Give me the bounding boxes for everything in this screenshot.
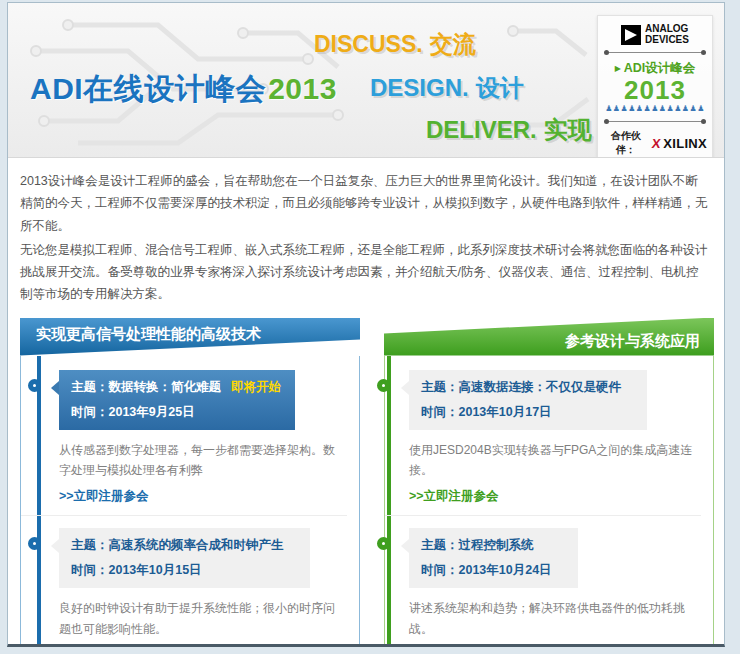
register-link[interactable]: >>立即注册参会 [59,488,347,505]
page-title: ADI在线设计峰会2013 [30,69,337,110]
partner-row: 合作伙伴： X XILINX [603,129,707,157]
register-link-label: 立即注册参会 [424,489,499,503]
link-prefix: >> [409,489,424,503]
topic-value: 数据转换：简化难题 [109,380,222,394]
browser-content-frame: ADI在线设计峰会2013 DISCUSS.交流 DESIGN.设计 DELIV… [7,2,725,647]
xilinx-x-icon: X [651,136,662,151]
timeline-node-icon [377,379,390,392]
topic-value: 高速系统的频率合成和时钟产生 [109,538,284,552]
tagline-discuss-cn: 交流 [430,31,476,57]
column-right-title: 参考设计与系统应用 [384,318,714,356]
time-label: 时间： [421,563,459,577]
xilinx-logo-text: XILINX [663,136,707,151]
intro-section: 2013设计峰会是设计工程师的盛会，旨在帮助您在一个日益复杂、压力巨大的世界里简… [8,158,724,316]
column-signal-processing: 实现更高信号处理性能的高级技术 主题：数据转换：简化难题即将开始 时间：2013… [20,318,360,648]
timeline-node-icon [28,379,41,392]
topic-value: 过程控制系统 [459,538,534,552]
tagline-deliver-en: DELIVER. [426,116,537,143]
time-value: 2013年10月24日 [459,563,552,577]
partner-label: 合作伙伴： [603,129,649,157]
event-badge: ANALOG DEVICES ▶ ADI设计峰会 2013 ♟♟♟♟♟♟♟♟♟♟… [597,15,713,158]
column-left-title: 实现更高信号处理性能的高级技术 [20,318,360,356]
session-item: 主题：高速系统的频率合成和时钟产生 时间：2013年10月15日 良好的时钟设计… [21,528,347,647]
link-prefix: >> [59,489,74,503]
play-triangle-icon: ▶ [615,64,621,73]
time-label: 时间： [421,405,459,419]
topic-label: 主题： [71,380,109,394]
topic-value: 高速数据连接：不仅仅是硬件 [459,380,622,394]
tagline-design-en: DESIGN. [370,74,469,101]
timeline-node-icon [28,537,41,550]
analog-devices-logo: ANALOG DEVICES [603,24,707,45]
topic-label: 主题： [421,380,459,394]
register-link-label: 立即注册参会 [74,489,149,503]
session-item: 主题：过程控制系统 时间：2013年10月24日 讲述系统架构和趋势；解决环路供… [385,528,701,647]
column-right-body: 主题：高速数据连接：不仅仅是硬件 时间：2013年10月17日 使用JESD20… [384,356,714,648]
adi-logo-text: ANALOG DEVICES [645,24,689,45]
session-description: 使用JESD204B实现转换器与FPGA之间的集成高速连接。 [409,440,699,481]
session-topic-box: 主题：数据转换：简化难题即将开始 时间：2013年9月25日 [59,370,295,430]
time-value: 2013年10月15日 [109,563,202,577]
tagline-discuss: DISCUSS.交流 [314,29,476,60]
session-item: 主题：高速数据连接：不仅仅是硬件 时间：2013年10月17日 使用JESD20… [385,370,701,517]
time-value: 2013年10月17日 [459,405,552,419]
session-description: 讲述系统架构和趋势；解决环路供电器件的低功耗挑战。 [409,598,699,639]
adi-logo-line2: DEVICES [645,35,689,46]
session-description: 从传感器到数字处理器，每一步都需要选择架构。数字处理与模拟处理各有利弊 [59,440,345,481]
column-reference-designs: 参考设计与系统应用 主题：高速数据连接：不仅仅是硬件 时间：2013年10月17… [384,318,714,648]
session-topic-box: 主题：高速数据连接：不仅仅是硬件 时间：2013年10月17日 [409,370,647,430]
tagline-deliver: DELIVER.实现 [426,114,592,146]
header-banner: ADI在线设计峰会2013 DISCUSS.交流 DESIGN.设计 DELIV… [8,3,724,158]
session-columns: 实现更高信号处理性能的高级技术 主题：数据转换：简化难题即将开始 时间：2013… [8,316,724,648]
intro-paragraph-1: 2013设计峰会是设计工程师的盛会，旨在帮助您在一个日益复杂、压力巨大的世界里简… [20,170,710,237]
timeline-node-icon [377,537,390,550]
adi-triangle-icon [621,25,641,45]
attendees-chain-icon: ♟♟♟♟♟♟♟♟♟♟♟♟♟ [603,105,707,114]
starting-soon-badge: 即将开始 [231,380,281,394]
time-label: 时间： [71,563,109,577]
page-title-year: 2013 [268,72,337,105]
tagline-design: DESIGN.设计 [370,72,524,104]
adi-logo-line1: ANALOG [645,24,689,35]
intro-paragraph-2: 无论您是模拟工程师、混合信号工程师、嵌入式系统工程师，还是全能工程师，此系列深度… [20,239,710,306]
badge-divider [606,121,704,122]
tagline-discuss-en: DISCUSS. [314,31,423,57]
column-left-body: 主题：数据转换：简化难题即将开始 时间：2013年9月25日 从传感器到数字处理… [20,356,360,648]
session-description: 良好的时钟设计有助于提升系统性能；很小的时序问题也可能影响性能。 [59,598,345,639]
time-value: 2013年9月25日 [109,405,195,419]
session-item: 主题：数据转换：简化难题即将开始 时间：2013年9月25日 从传感器到数字处理… [21,370,347,517]
topic-label: 主题： [71,538,109,552]
register-link[interactable]: >>立即注册参会 [409,488,701,505]
session-topic-box: 主题：高速系统的频率合成和时钟产生 时间：2013年10月15日 [59,528,310,588]
time-label: 时间： [71,405,109,419]
badge-divider [606,52,704,53]
tagline-design-cn: 设计 [476,74,524,101]
tagline-deliver-cn: 实现 [544,116,592,143]
page-title-main: ADI在线设计峰会 [30,72,266,105]
session-topic-box: 主题：过程控制系统 时间：2013年10月24日 [409,528,578,588]
event-year: 2013 [603,77,707,104]
topic-label: 主题： [421,538,459,552]
